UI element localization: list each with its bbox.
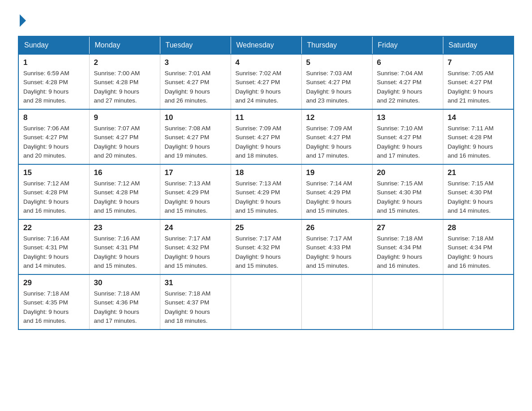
day-number: 12 bbox=[306, 113, 368, 122]
calendar-week-row: 22 Sunrise: 7:16 AMSunset: 4:31 PMDaylig… bbox=[18, 219, 514, 274]
calendar-cell: 25 Sunrise: 7:17 AMSunset: 4:32 PMDaylig… bbox=[231, 219, 301, 274]
calendar-cell: 1 Sunrise: 6:59 AMSunset: 4:28 PMDayligh… bbox=[18, 54, 89, 109]
calendar-cell: 27 Sunrise: 7:18 AMSunset: 4:34 PMDaylig… bbox=[372, 219, 443, 274]
day-info: Sunrise: 7:13 AMSunset: 4:29 PMDaylight:… bbox=[236, 180, 282, 214]
calendar-week-row: 29 Sunrise: 7:18 AMSunset: 4:35 PMDaylig… bbox=[18, 274, 514, 330]
calendar-cell: 5 Sunrise: 7:03 AMSunset: 4:27 PMDayligh… bbox=[301, 54, 372, 109]
day-info: Sunrise: 7:16 AMSunset: 4:31 PMDaylight:… bbox=[23, 235, 69, 269]
calendar-cell: 29 Sunrise: 7:18 AMSunset: 4:35 PMDaylig… bbox=[18, 274, 89, 330]
calendar-week-row: 15 Sunrise: 7:12 AMSunset: 4:28 PMDaylig… bbox=[18, 164, 514, 219]
page-header bbox=[18, 13, 514, 27]
calendar-cell: 20 Sunrise: 7:15 AMSunset: 4:30 PMDaylig… bbox=[372, 164, 443, 219]
day-info: Sunrise: 7:09 AMSunset: 4:27 PMDaylight:… bbox=[306, 125, 352, 159]
day-info: Sunrise: 7:07 AMSunset: 4:27 PMDaylight:… bbox=[94, 125, 140, 159]
calendar-cell: 19 Sunrise: 7:14 AMSunset: 4:29 PMDaylig… bbox=[301, 164, 372, 219]
day-info: Sunrise: 7:12 AMSunset: 4:28 PMDaylight:… bbox=[23, 180, 69, 214]
day-number: 15 bbox=[23, 168, 85, 177]
day-info: Sunrise: 7:05 AMSunset: 4:27 PMDaylight:… bbox=[448, 70, 494, 104]
day-number: 31 bbox=[165, 278, 226, 287]
day-number: 24 bbox=[165, 223, 226, 232]
calendar-cell: 18 Sunrise: 7:13 AMSunset: 4:29 PMDaylig… bbox=[231, 164, 301, 219]
weekday-header-friday: Friday bbox=[372, 36, 443, 54]
calendar-cell: 15 Sunrise: 7:12 AMSunset: 4:28 PMDaylig… bbox=[18, 164, 89, 219]
day-info: Sunrise: 7:13 AMSunset: 4:29 PMDaylight:… bbox=[165, 180, 211, 214]
calendar-cell: 6 Sunrise: 7:04 AMSunset: 4:27 PMDayligh… bbox=[372, 54, 443, 109]
day-number: 11 bbox=[236, 113, 297, 122]
day-number: 9 bbox=[94, 113, 155, 122]
calendar-cell: 31 Sunrise: 7:18 AMSunset: 4:37 PMDaylig… bbox=[160, 274, 231, 330]
day-info: Sunrise: 7:16 AMSunset: 4:31 PMDaylight:… bbox=[94, 235, 140, 269]
calendar-cell: 30 Sunrise: 7:18 AMSunset: 4:36 PMDaylig… bbox=[89, 274, 160, 330]
day-number: 20 bbox=[377, 168, 438, 177]
day-info: Sunrise: 7:06 AMSunset: 4:27 PMDaylight:… bbox=[23, 125, 69, 159]
weekday-header-saturday: Saturday bbox=[443, 36, 514, 54]
calendar-cell: 12 Sunrise: 7:09 AMSunset: 4:27 PMDaylig… bbox=[301, 109, 372, 164]
day-info: Sunrise: 7:08 AMSunset: 4:27 PMDaylight:… bbox=[165, 125, 211, 159]
day-number: 29 bbox=[23, 278, 85, 287]
logo bbox=[18, 13, 26, 27]
day-info: Sunrise: 6:59 AMSunset: 4:28 PMDaylight:… bbox=[23, 70, 69, 104]
day-number: 10 bbox=[165, 113, 226, 122]
day-number: 22 bbox=[23, 223, 85, 232]
day-number: 2 bbox=[94, 58, 155, 67]
weekday-header-tuesday: Tuesday bbox=[160, 36, 231, 54]
day-info: Sunrise: 7:11 AMSunset: 4:28 PMDaylight:… bbox=[448, 125, 494, 159]
day-number: 1 bbox=[23, 58, 85, 67]
calendar-week-row: 1 Sunrise: 6:59 AMSunset: 4:28 PMDayligh… bbox=[18, 54, 514, 109]
weekday-header-thursday: Thursday bbox=[301, 36, 372, 54]
calendar-cell bbox=[231, 274, 301, 330]
calendar-cell: 7 Sunrise: 7:05 AMSunset: 4:27 PMDayligh… bbox=[443, 54, 514, 109]
calendar-cell bbox=[372, 274, 443, 330]
day-number: 16 bbox=[94, 168, 155, 177]
day-number: 18 bbox=[236, 168, 297, 177]
day-info: Sunrise: 7:18 AMSunset: 4:37 PMDaylight:… bbox=[165, 290, 211, 324]
day-number: 30 bbox=[94, 278, 155, 287]
weekday-header-wednesday: Wednesday bbox=[231, 36, 301, 54]
day-info: Sunrise: 7:09 AMSunset: 4:27 PMDaylight:… bbox=[236, 125, 282, 159]
day-info: Sunrise: 7:17 AMSunset: 4:33 PMDaylight:… bbox=[306, 235, 352, 269]
calendar-cell: 14 Sunrise: 7:11 AMSunset: 4:28 PMDaylig… bbox=[443, 109, 514, 164]
calendar-cell: 21 Sunrise: 7:15 AMSunset: 4:30 PMDaylig… bbox=[443, 164, 514, 219]
day-info: Sunrise: 7:17 AMSunset: 4:32 PMDaylight:… bbox=[236, 235, 282, 269]
day-info: Sunrise: 7:03 AMSunset: 4:27 PMDaylight:… bbox=[306, 70, 352, 104]
calendar-cell: 23 Sunrise: 7:16 AMSunset: 4:31 PMDaylig… bbox=[89, 219, 160, 274]
day-number: 26 bbox=[306, 223, 368, 232]
day-number: 7 bbox=[448, 58, 509, 67]
day-info: Sunrise: 7:18 AMSunset: 4:35 PMDaylight:… bbox=[23, 290, 69, 324]
day-info: Sunrise: 7:14 AMSunset: 4:29 PMDaylight:… bbox=[306, 180, 352, 214]
calendar-week-row: 8 Sunrise: 7:06 AMSunset: 4:27 PMDayligh… bbox=[18, 109, 514, 164]
calendar-table: SundayMondayTuesdayWednesdayThursdayFrid… bbox=[18, 36, 514, 330]
day-info: Sunrise: 7:15 AMSunset: 4:30 PMDaylight:… bbox=[448, 180, 494, 214]
day-info: Sunrise: 7:18 AMSunset: 4:36 PMDaylight:… bbox=[94, 290, 140, 324]
calendar-cell: 22 Sunrise: 7:16 AMSunset: 4:31 PMDaylig… bbox=[18, 219, 89, 274]
weekday-header-sunday: Sunday bbox=[18, 36, 89, 54]
day-number: 21 bbox=[448, 168, 509, 177]
day-number: 19 bbox=[306, 168, 368, 177]
calendar-cell: 2 Sunrise: 7:00 AMSunset: 4:28 PMDayligh… bbox=[89, 54, 160, 109]
day-number: 25 bbox=[236, 223, 297, 232]
calendar-cell: 4 Sunrise: 7:02 AMSunset: 4:27 PMDayligh… bbox=[231, 54, 301, 109]
day-info: Sunrise: 7:18 AMSunset: 4:34 PMDaylight:… bbox=[377, 235, 423, 269]
day-number: 14 bbox=[448, 113, 509, 122]
day-info: Sunrise: 7:04 AMSunset: 4:27 PMDaylight:… bbox=[377, 70, 423, 104]
day-info: Sunrise: 7:18 AMSunset: 4:34 PMDaylight:… bbox=[448, 235, 494, 269]
day-info: Sunrise: 7:00 AMSunset: 4:28 PMDaylight:… bbox=[94, 70, 140, 104]
calendar-cell: 24 Sunrise: 7:17 AMSunset: 4:32 PMDaylig… bbox=[160, 219, 231, 274]
day-number: 17 bbox=[165, 168, 226, 177]
calendar-cell bbox=[443, 274, 514, 330]
day-number: 5 bbox=[306, 58, 368, 67]
calendar-cell: 17 Sunrise: 7:13 AMSunset: 4:29 PMDaylig… bbox=[160, 164, 231, 219]
calendar-cell: 26 Sunrise: 7:17 AMSunset: 4:33 PMDaylig… bbox=[301, 219, 372, 274]
calendar-cell bbox=[301, 274, 372, 330]
calendar-cell: 8 Sunrise: 7:06 AMSunset: 4:27 PMDayligh… bbox=[18, 109, 89, 164]
calendar-cell: 3 Sunrise: 7:01 AMSunset: 4:27 PMDayligh… bbox=[160, 54, 231, 109]
day-number: 4 bbox=[236, 58, 297, 67]
day-number: 8 bbox=[23, 113, 85, 122]
logo-triangle-icon bbox=[20, 14, 26, 27]
day-number: 28 bbox=[448, 223, 509, 232]
calendar-cell: 28 Sunrise: 7:18 AMSunset: 4:34 PMDaylig… bbox=[443, 219, 514, 274]
day-number: 27 bbox=[377, 223, 438, 232]
weekday-header-monday: Monday bbox=[89, 36, 160, 54]
day-info: Sunrise: 7:01 AMSunset: 4:27 PMDaylight:… bbox=[165, 70, 211, 104]
calendar-cell: 10 Sunrise: 7:08 AMSunset: 4:27 PMDaylig… bbox=[160, 109, 231, 164]
